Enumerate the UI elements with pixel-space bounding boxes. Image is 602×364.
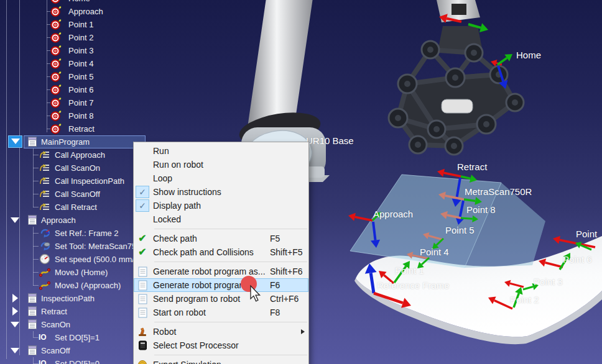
tree-item-retract[interactable]: Retract bbox=[0, 122, 267, 135]
program-context-menu: RunRun on robotLoop✓Show instructions✓Di… bbox=[133, 142, 309, 364]
menu-item-run[interactable]: Run bbox=[134, 144, 308, 158]
expand-right-icon[interactable] bbox=[10, 307, 20, 316]
menu-item-start-on-robot[interactable]: Start on robotF8 bbox=[134, 306, 308, 319]
menu-item-label: Run on robot bbox=[153, 160, 270, 170]
call-icon bbox=[39, 175, 51, 187]
movej-icon bbox=[39, 266, 51, 278]
tree-item-label: Home bbox=[68, 0, 90, 3]
tree-item-point-8[interactable]: Point 8 bbox=[0, 109, 267, 122]
menu-item-shortcut: F5 bbox=[270, 234, 308, 243]
robot-icon bbox=[137, 327, 147, 337]
tree-item-point-3[interactable]: Point 3 bbox=[0, 44, 267, 57]
tree-item-label: Call InspectionPath bbox=[55, 176, 124, 186]
tree-item-label: Point 7 bbox=[68, 98, 93, 107]
tree-item-label: Set DO[5]=0 bbox=[55, 359, 100, 364]
tree-connector bbox=[33, 259, 39, 260]
tree-connector bbox=[33, 272, 39, 273]
expand-down-icon[interactable] bbox=[8, 135, 22, 148]
tree-connector bbox=[33, 155, 39, 155]
tree-item-label: Point 6 bbox=[68, 85, 93, 94]
document-icon bbox=[138, 294, 147, 304]
menu-item-select-post-processor[interactable]: Select Post Processor bbox=[134, 339, 308, 352]
menu-item-display-path[interactable]: ✓Display path bbox=[134, 199, 308, 212]
robodk-window: { "colors": { "bg_top": "#181b4a", "bg_b… bbox=[0, 0, 602, 364]
tree-item-point-1[interactable]: Point 1 bbox=[0, 18, 267, 31]
tree-item-point-4[interactable]: Point 4 bbox=[0, 57, 267, 70]
post-slot bbox=[136, 339, 149, 352]
expand-down-icon[interactable] bbox=[10, 216, 20, 225]
menu-item-locked[interactable]: Locked bbox=[134, 212, 308, 226]
tree-item-point-5[interactable]: Point 5 bbox=[0, 70, 267, 83]
tree-item-label: Set Ref.: Frame 2 bbox=[55, 229, 119, 238]
menu-separator bbox=[154, 262, 307, 262]
checkmark-icon: ✓ bbox=[139, 201, 146, 210]
io-icon: IO bbox=[39, 357, 47, 364]
expand-down-icon[interactable] bbox=[10, 346, 20, 355]
menu-icon-slot bbox=[136, 158, 149, 171]
menu-item-shortcut: Shift+F5 bbox=[270, 247, 308, 257]
tree-item-label: Call Approach bbox=[55, 150, 105, 160]
menu-item-check-path-and-collisions[interactable]: ✔Check path and CollisionsShift+F5 bbox=[134, 245, 308, 259]
menu-item-shortcut: Ctrl+F6 bbox=[270, 294, 308, 304]
tree-item-point-2[interactable]: Point 2 bbox=[0, 31, 267, 44]
tree-item-approach[interactable]: Approach bbox=[0, 5, 267, 18]
tree-item-label: Point 3 bbox=[68, 46, 93, 55]
menu-item-label: Loop bbox=[153, 173, 270, 183]
doc-slot bbox=[136, 293, 149, 305]
export-slot bbox=[136, 358, 149, 364]
menu-item-show-instructions[interactable]: ✓Show instructions bbox=[134, 185, 308, 199]
tree-connector bbox=[33, 246, 39, 247]
menu-item-loop[interactable]: Loop bbox=[134, 171, 308, 185]
menu-item-label: Locked bbox=[153, 214, 270, 224]
menu-item-generate-robot-program-as[interactable]: Generate robot program as...Shift+F6 bbox=[134, 265, 308, 278]
settool-icon bbox=[39, 240, 51, 252]
program-icon bbox=[26, 318, 39, 330]
tree-item-point-7[interactable]: Point 7 bbox=[0, 96, 267, 109]
tree-item-label: Point 2 bbox=[68, 33, 93, 42]
tree-item-label: Retract bbox=[68, 124, 95, 134]
menu-item-export-simulation[interactable]: Export Simulation bbox=[134, 358, 308, 364]
tree-item-label: Call Retract bbox=[55, 202, 97, 212]
tree-item-label: Approach bbox=[68, 7, 103, 16]
menu-icon-slot bbox=[136, 213, 149, 225]
program-icon bbox=[26, 135, 39, 148]
target-icon bbox=[50, 57, 62, 70]
menu-item-label: Start on robot bbox=[153, 307, 270, 317]
tree-item-label: Set speed (500.0 mm/s) bbox=[55, 255, 141, 264]
tree-connector bbox=[33, 337, 39, 338]
tree-item-label: Point 5 bbox=[68, 72, 93, 81]
movej-icon bbox=[39, 279, 51, 291]
doc-slot bbox=[136, 306, 149, 319]
tree-item-point-6[interactable]: Point 6 bbox=[0, 83, 267, 96]
menu-icon-slot bbox=[136, 145, 149, 157]
expand-right-icon[interactable] bbox=[10, 294, 20, 303]
target-icon bbox=[50, 83, 62, 96]
menu-item-shortcut: Shift+F6 bbox=[270, 266, 308, 276]
doc-slot bbox=[136, 265, 149, 278]
tree-item-label: Retract bbox=[41, 307, 67, 316]
menu-item-label: Run bbox=[153, 146, 270, 156]
tree-item-label: Call ScanOn bbox=[55, 163, 100, 173]
doc-slot bbox=[136, 279, 149, 291]
target-icon bbox=[50, 122, 62, 135]
tree-item-label: Point 4 bbox=[68, 59, 93, 68]
tree-item-label: Point 8 bbox=[68, 111, 93, 121]
menu-item-label: Export Simulation bbox=[153, 360, 270, 364]
tree-connector bbox=[33, 207, 39, 207]
menu-item-generate-robot-program[interactable]: Generate robot programF6 bbox=[134, 278, 308, 292]
document-icon bbox=[138, 307, 147, 318]
call-icon bbox=[39, 162, 51, 174]
post-processor-icon bbox=[138, 340, 147, 350]
menu-item-robot[interactable]: Robot bbox=[134, 325, 308, 339]
tree-connector bbox=[33, 168, 39, 168]
menu-item-send-program-to-robot[interactable]: Send program to robotCtrl+F6 bbox=[134, 292, 308, 306]
tree-item-home[interactable]: Home bbox=[0, 0, 267, 5]
speed-icon bbox=[39, 253, 51, 265]
menu-item-label: Display path bbox=[153, 201, 270, 211]
export-simulation-icon bbox=[137, 360, 147, 364]
tree-item-label: MoveJ (Home) bbox=[55, 268, 108, 277]
expand-down-icon[interactable] bbox=[10, 320, 20, 329]
menu-item-run-on-robot[interactable]: Run on robot bbox=[134, 158, 308, 171]
io-icon: IO bbox=[39, 331, 47, 344]
menu-item-check-path[interactable]: ✔Check pathF5 bbox=[134, 232, 308, 245]
